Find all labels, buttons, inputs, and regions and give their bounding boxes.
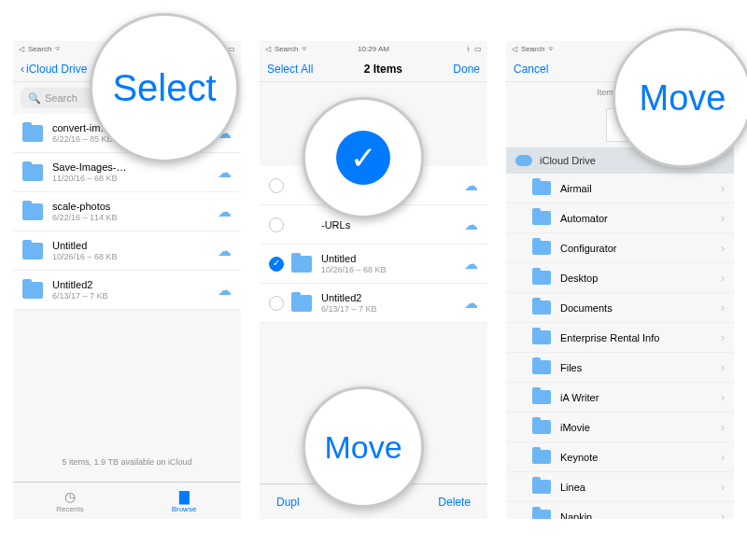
folder-icon	[532, 271, 551, 285]
destination-list: Airmail› Automator› Configurator› Deskto…	[506, 174, 734, 519]
folder-row[interactable]: Documents›	[506, 293, 734, 323]
folder-icon	[291, 295, 312, 312]
folder-row[interactable]: Automator›	[506, 203, 734, 233]
bluetooth-icon: ᚼ	[466, 45, 471, 53]
tab-browse[interactable]: ▇Browse	[127, 483, 241, 519]
cancel-button[interactable]: Cancel	[514, 63, 548, 76]
folder-row[interactable]: Napkin›	[506, 502, 734, 519]
folder-icon	[22, 282, 43, 299]
folder-name: Airmail	[560, 183, 721, 194]
folder-row[interactable]: Airmail›	[506, 174, 734, 203]
storage-info: 5 items, 1.9 TB available on iCloud	[13, 448, 241, 476]
chevron-left-icon: ‹	[21, 63, 24, 76]
callout-move-bottom: Move	[303, 386, 424, 508]
cloud-download-icon[interactable]: ☁	[218, 203, 232, 220]
file-meta: 10/26/16 – 68 KB	[52, 252, 218, 261]
folder-icon	[532, 301, 551, 315]
folder-name: Configurator	[560, 243, 721, 254]
folder-name: Automator	[560, 213, 721, 224]
chevron-right-icon: ›	[721, 182, 725, 195]
nav-title: 2 Items	[364, 63, 402, 76]
file-meta: 6/13/17 – 7 KB	[52, 291, 218, 301]
file-name: Untitled2	[52, 279, 218, 290]
back-app-icon: ◁	[265, 45, 271, 53]
select-circle[interactable]	[269, 296, 284, 311]
folder-icon	[291, 256, 312, 273]
status-back-app: Search	[28, 45, 51, 53]
file-meta: 6/22/16 – 114 KB	[52, 213, 218, 222]
duplicate-button[interactable]: Dupl	[276, 496, 300, 509]
file-name: Untitled	[52, 240, 218, 251]
folder-row[interactable]: iA Writer›	[506, 383, 734, 413]
cloud-download-icon[interactable]: ☁	[218, 282, 232, 299]
file-meta: 10/26/16 – 68 KB	[321, 265, 464, 274]
folder-icon	[532, 211, 551, 225]
folder-row[interactable]: Enterprise Rental Info›	[506, 323, 734, 353]
file-row[interactable]: Untitled26/13/17 – 7 KB☁	[13, 271, 241, 310]
folder-name: Documents	[560, 302, 721, 314]
folder-name: Files	[560, 362, 721, 373]
select-all-button[interactable]: Select All	[267, 63, 313, 76]
callout-checkmark: ✓	[303, 97, 424, 218]
nav-bar: Select All 2 Items Done	[260, 56, 487, 82]
battery-icon: ▭	[474, 45, 482, 53]
chevron-right-icon: ›	[721, 242, 725, 255]
callout-move-top: Move	[613, 28, 747, 168]
chevron-right-icon: ›	[721, 361, 725, 374]
cloud-download-icon[interactable]: ☁	[218, 243, 232, 259]
file-row[interactable]: Untitled26/13/17 – 7 KB☁	[260, 284, 487, 323]
folder-name: Napkin	[560, 511, 721, 520]
file-row[interactable]: Untitled10/26/16 – 68 KB☁	[13, 231, 241, 271]
tab-bar: ◷Recents ▇Browse	[13, 482, 241, 519]
chevron-right-icon: ›	[721, 212, 725, 225]
select-circle[interactable]	[269, 178, 284, 193]
chevron-right-icon: ›	[721, 272, 725, 285]
folder-icon: ▇	[179, 489, 190, 504]
folder-row[interactable]: Linea›	[506, 472, 734, 502]
checkmark-icon: ✓	[336, 131, 390, 185]
wifi-icon: ᯤ	[55, 45, 63, 53]
delete-button[interactable]: Delete	[438, 496, 471, 509]
folder-icon	[532, 360, 551, 374]
cloud-download-icon[interactable]: ☁	[464, 256, 478, 273]
tab-recents[interactable]: ◷Recents	[13, 483, 127, 519]
folder-row[interactable]: Keynote›	[506, 442, 734, 472]
file-name: Untitled	[321, 253, 464, 264]
folder-row[interactable]: Files›	[506, 353, 734, 383]
callout-label: Select	[112, 67, 216, 109]
cloud-download-icon[interactable]: ☁	[218, 164, 232, 181]
folder-icon	[532, 390, 551, 404]
chevron-right-icon: ›	[721, 331, 725, 344]
icloud-icon	[515, 155, 532, 166]
file-row[interactable]: Save-Images-…11/20/16 – 68 KB☁	[13, 153, 241, 192]
back-button[interactable]: ‹iCloud Drive	[21, 63, 87, 76]
folder-row[interactable]: Desktop›	[506, 263, 734, 293]
done-button[interactable]: Done	[453, 63, 480, 76]
folder-name: Linea	[560, 482, 721, 493]
folder-row[interactable]: Configurator›	[506, 233, 734, 263]
folder-row[interactable]: iMovie›	[506, 413, 734, 442]
icloud-label: iCloud Drive	[540, 155, 596, 166]
folder-name: Keynote	[560, 452, 721, 463]
file-name: Untitled2	[321, 292, 464, 303]
back-app-icon: ◁	[19, 45, 24, 53]
folder-name: Enterprise Rental Info	[560, 332, 721, 343]
clock-icon: ◷	[64, 489, 76, 504]
cloud-download-icon[interactable]: ☁	[464, 295, 478, 312]
back-app-icon: ◁	[512, 45, 517, 53]
status-bar: ◁Searchᯤ 10:29 AM ᚼ▭	[260, 41, 487, 56]
file-meta: 6/13/17 – 7 KB	[321, 304, 464, 314]
folder-icon	[532, 510, 551, 519]
file-name: scale-photos	[52, 201, 218, 212]
callout-label: Move	[324, 429, 402, 466]
select-circle[interactable]	[269, 217, 284, 232]
cloud-download-icon[interactable]: ☁	[464, 217, 478, 233]
cloud-download-icon[interactable]: ☁	[464, 177, 478, 194]
file-row[interactable]: Untitled10/26/16 – 68 KB☁	[260, 245, 487, 284]
folder-name: iMovie	[560, 422, 721, 433]
file-row[interactable]: scale-photos6/22/16 – 114 KB☁	[13, 192, 241, 231]
status-time: 10:29 AM	[358, 45, 389, 53]
wifi-icon: ᯤ	[548, 45, 556, 53]
select-circle-checked[interactable]	[269, 257, 284, 272]
status-back-app: Search	[275, 45, 298, 53]
